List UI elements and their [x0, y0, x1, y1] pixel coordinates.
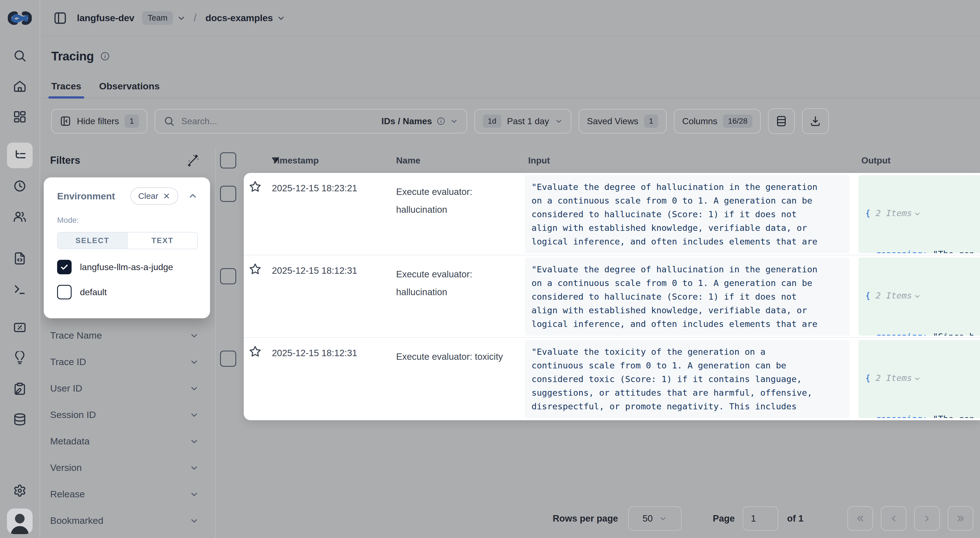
- table-row[interactable]: 2025-12-15 18:12:31 Execute evaluator: t…: [244, 338, 980, 420]
- option-label: langfuse-llm-as-a-judge: [80, 262, 173, 272]
- project-name[interactable]: docs-examples: [205, 13, 273, 24]
- checkbox-unchecked[interactable]: [57, 285, 72, 299]
- sidebar-tracing-icon[interactable]: [7, 143, 33, 168]
- select-all-checkbox[interactable]: [220, 152, 236, 168]
- timestamp-cell: 2025-12-15 18:23:21: [272, 183, 357, 194]
- checkbox-checked[interactable]: [57, 260, 72, 274]
- hide-filters-button[interactable]: Hide filters 1: [51, 109, 147, 133]
- org-name[interactable]: langfuse-dev: [77, 13, 134, 24]
- row-checkbox[interactable]: [220, 186, 236, 202]
- environment-option[interactable]: langfuse-llm-as-a-judge: [57, 260, 198, 274]
- search-scope-selector[interactable]: IDs / Names: [381, 116, 458, 127]
- page-info-icon[interactable]: [100, 51, 110, 61]
- export-button[interactable]: [802, 108, 829, 134]
- next-page-button[interactable]: [914, 506, 940, 531]
- sidebar-search-icon[interactable]: [7, 43, 33, 68]
- expand-chevron-icon[interactable]: [914, 375, 921, 382]
- chevrons-right-icon: [955, 513, 966, 524]
- page-number-input[interactable]: [743, 506, 778, 531]
- langfuse-logo-icon[interactable]: [7, 5, 33, 32]
- mode-text-option[interactable]: TEXT: [127, 233, 197, 249]
- name-cell: Execute evaluator: hallucination: [396, 183, 522, 219]
- filter-item-metadata[interactable]: Metadata: [40, 428, 215, 454]
- search-box[interactable]: IDs / Names: [154, 109, 467, 133]
- row-height-button[interactable]: [768, 108, 795, 134]
- saved-views-button[interactable]: Saved Views 1: [579, 109, 667, 133]
- environment-option[interactable]: default: [57, 285, 198, 299]
- filter-item-trace-name[interactable]: Trace Name: [40, 322, 215, 349]
- expand-chevron-icon[interactable]: [914, 293, 921, 300]
- filter-item-comment-count[interactable]: Comment Count: [40, 534, 215, 538]
- sidebar-scores-icon[interactable]: [7, 315, 33, 340]
- date-range-button[interactable]: 1d Past 1 day: [474, 109, 571, 133]
- sidebar-datasets-icon[interactable]: [7, 406, 33, 432]
- mode-select-option[interactable]: SELECT: [58, 233, 127, 249]
- sidebar-settings-icon[interactable]: [7, 478, 33, 503]
- sidebar-toggle-icon[interactable]: [51, 9, 69, 27]
- col-header-name[interactable]: Name: [396, 156, 420, 166]
- bookmark-star-icon[interactable]: [249, 180, 262, 193]
- user-avatar[interactable]: [7, 508, 33, 534]
- chevron-down-icon: [189, 516, 199, 525]
- saved-views-label: Saved Views: [587, 116, 638, 127]
- table-row[interactable]: 2025-12-15 18:12:31 Execute evaluator: h…: [244, 256, 980, 338]
- table-body: 2025-12-15 18:23:21 Execute evaluator: h…: [244, 173, 980, 420]
- col-header-timestamp[interactable]: Timestamp: [272, 156, 319, 166]
- search-input[interactable]: [181, 116, 375, 127]
- output-cell[interactable]: { 2 Items reasoning: "Since b are missin…: [859, 257, 980, 336]
- row-checkbox[interactable]: [220, 268, 236, 284]
- input-cell[interactable]: "Evaluate the toxicity of the generation…: [525, 340, 850, 418]
- clear-filter-button[interactable]: Clear: [130, 187, 178, 205]
- sidebar-prompts-icon[interactable]: [7, 246, 33, 271]
- plan-badge: Team: [142, 11, 173, 25]
- sidebar-home-icon[interactable]: [7, 73, 33, 99]
- name-cell: Execute evaluator: hallucination: [396, 265, 522, 301]
- prev-page-button[interactable]: [881, 506, 907, 531]
- collapse-chevron-up-icon[interactable]: [188, 191, 198, 201]
- input-cell[interactable]: "Evaluate the degree of hallucination in…: [525, 257, 850, 336]
- filters-sidebar: Filters Environment Clear Mode: SELECT T…: [40, 148, 216, 538]
- bookmark-star-icon[interactable]: [249, 263, 262, 275]
- filter-item-session-id[interactable]: Session ID: [40, 402, 215, 428]
- columns-button[interactable]: Columns 16/28: [674, 109, 761, 133]
- sidebar-annotation-icon[interactable]: [7, 376, 33, 402]
- panel-collapse-icon: [60, 115, 71, 127]
- org-chevron-down-icon[interactable]: [177, 14, 186, 22]
- output-cell[interactable]: { 2 Items reasoning: "The gen greeting a…: [859, 175, 980, 253]
- last-page-button[interactable]: [948, 506, 973, 531]
- expand-chevron-icon[interactable]: [914, 210, 921, 217]
- bookmark-star-icon[interactable]: [249, 345, 262, 358]
- sidebar-users-icon[interactable]: [7, 204, 33, 229]
- sidebar-dashboard-icon[interactable]: [7, 104, 33, 130]
- workspace: Filters Environment Clear Mode: SELECT T…: [40, 148, 980, 538]
- output-cell[interactable]: { 2 Items reasoning: "The gen dismissive…: [859, 340, 980, 418]
- magic-wand-icon[interactable]: [187, 154, 199, 167]
- sidebar-playground-icon[interactable]: [7, 276, 33, 302]
- tab-observations[interactable]: Observations: [99, 81, 160, 98]
- filter-item-trace-id[interactable]: Trace ID: [40, 349, 215, 375]
- columns-label: Columns: [682, 116, 718, 127]
- tab-traces[interactable]: Traces: [51, 81, 81, 98]
- breadcrumb-separator: /: [194, 12, 197, 24]
- chevrons-left-icon: [854, 513, 866, 524]
- timestamp-cell: 2025-12-15 18:12:31: [272, 265, 357, 276]
- input-cell[interactable]: "Evaluate the degree of hallucination in…: [525, 175, 850, 253]
- chevron-down-icon: [189, 463, 199, 473]
- mode-label: Mode:: [57, 216, 198, 225]
- filter-item-version[interactable]: Version: [40, 454, 215, 481]
- first-page-button[interactable]: [847, 506, 873, 531]
- sidebar-sessions-icon[interactable]: [7, 173, 33, 199]
- columns-count-badge: 16/28: [723, 114, 752, 128]
- sidebar-insights-icon[interactable]: [7, 345, 33, 371]
- scope-info-icon[interactable]: [436, 117, 445, 125]
- filter-item-release[interactable]: Release: [40, 481, 215, 507]
- col-header-output[interactable]: Output: [861, 156, 891, 166]
- pagination-bar: Rows per page 50 Page of 1: [553, 506, 973, 531]
- rows-per-page-select[interactable]: 50: [628, 506, 682, 531]
- table-row[interactable]: 2025-12-15 18:23:21 Execute evaluator: h…: [244, 173, 980, 256]
- filter-item-user-id[interactable]: User ID: [40, 375, 215, 402]
- col-header-input[interactable]: Input: [528, 156, 550, 166]
- filter-item-bookmarked[interactable]: Bookmarked: [40, 507, 215, 534]
- project-chevron-down-icon[interactable]: [277, 14, 286, 22]
- row-checkbox[interactable]: [220, 351, 236, 367]
